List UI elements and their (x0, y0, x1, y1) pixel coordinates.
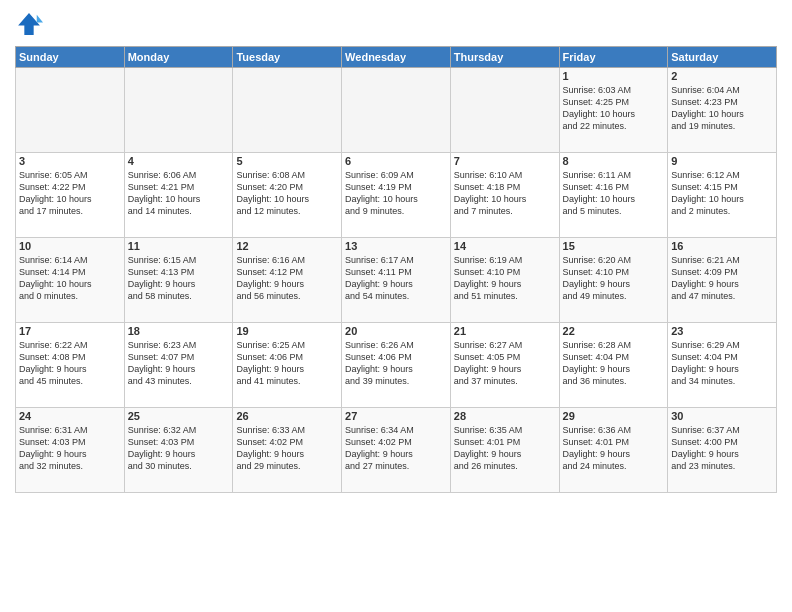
day-info: Sunrise: 6:03 AMSunset: 4:25 PMDaylight:… (563, 84, 665, 133)
calendar-cell: 22Sunrise: 6:28 AMSunset: 4:04 PMDayligh… (559, 323, 668, 408)
day-number: 14 (454, 240, 556, 252)
day-info: Sunrise: 6:32 AMSunset: 4:03 PMDaylight:… (128, 424, 230, 473)
day-number: 13 (345, 240, 447, 252)
calendar-cell: 5Sunrise: 6:08 AMSunset: 4:20 PMDaylight… (233, 153, 342, 238)
day-number: 10 (19, 240, 121, 252)
day-info: Sunrise: 6:12 AMSunset: 4:15 PMDaylight:… (671, 169, 773, 218)
calendar-cell: 14Sunrise: 6:19 AMSunset: 4:10 PMDayligh… (450, 238, 559, 323)
day-number: 16 (671, 240, 773, 252)
day-number: 8 (563, 155, 665, 167)
calendar-cell: 24Sunrise: 6:31 AMSunset: 4:03 PMDayligh… (16, 408, 125, 493)
day-info: Sunrise: 6:28 AMSunset: 4:04 PMDaylight:… (563, 339, 665, 388)
calendar-cell: 9Sunrise: 6:12 AMSunset: 4:15 PMDaylight… (668, 153, 777, 238)
calendar-cell: 17Sunrise: 6:22 AMSunset: 4:08 PMDayligh… (16, 323, 125, 408)
day-info: Sunrise: 6:26 AMSunset: 4:06 PMDaylight:… (345, 339, 447, 388)
calendar-cell: 1Sunrise: 6:03 AMSunset: 4:25 PMDaylight… (559, 68, 668, 153)
calendar-cell: 27Sunrise: 6:34 AMSunset: 4:02 PMDayligh… (342, 408, 451, 493)
col-header-sunday: Sunday (16, 47, 125, 68)
day-info: Sunrise: 6:10 AMSunset: 4:18 PMDaylight:… (454, 169, 556, 218)
day-number: 20 (345, 325, 447, 337)
day-number: 27 (345, 410, 447, 422)
col-header-tuesday: Tuesday (233, 47, 342, 68)
calendar-cell: 11Sunrise: 6:15 AMSunset: 4:13 PMDayligh… (124, 238, 233, 323)
day-info: Sunrise: 6:09 AMSunset: 4:19 PMDaylight:… (345, 169, 447, 218)
col-header-monday: Monday (124, 47, 233, 68)
day-number: 26 (236, 410, 338, 422)
day-info: Sunrise: 6:19 AMSunset: 4:10 PMDaylight:… (454, 254, 556, 303)
day-number: 18 (128, 325, 230, 337)
svg-marker-0 (18, 13, 40, 35)
calendar-cell: 23Sunrise: 6:29 AMSunset: 4:04 PMDayligh… (668, 323, 777, 408)
calendar-cell: 2Sunrise: 6:04 AMSunset: 4:23 PMDaylight… (668, 68, 777, 153)
day-number: 4 (128, 155, 230, 167)
calendar-cell: 29Sunrise: 6:36 AMSunset: 4:01 PMDayligh… (559, 408, 668, 493)
day-info: Sunrise: 6:14 AMSunset: 4:14 PMDaylight:… (19, 254, 121, 303)
calendar-cell: 10Sunrise: 6:14 AMSunset: 4:14 PMDayligh… (16, 238, 125, 323)
day-number: 28 (454, 410, 556, 422)
calendar-cell (124, 68, 233, 153)
logo (15, 10, 47, 38)
calendar-cell: 3Sunrise: 6:05 AMSunset: 4:22 PMDaylight… (16, 153, 125, 238)
day-info: Sunrise: 6:15 AMSunset: 4:13 PMDaylight:… (128, 254, 230, 303)
day-number: 1 (563, 70, 665, 82)
day-number: 21 (454, 325, 556, 337)
day-info: Sunrise: 6:35 AMSunset: 4:01 PMDaylight:… (454, 424, 556, 473)
col-header-saturday: Saturday (668, 47, 777, 68)
week-row-3: 17Sunrise: 6:22 AMSunset: 4:08 PMDayligh… (16, 323, 777, 408)
day-number: 29 (563, 410, 665, 422)
day-info: Sunrise: 6:31 AMSunset: 4:03 PMDaylight:… (19, 424, 121, 473)
calendar-cell: 12Sunrise: 6:16 AMSunset: 4:12 PMDayligh… (233, 238, 342, 323)
calendar-cell: 6Sunrise: 6:09 AMSunset: 4:19 PMDaylight… (342, 153, 451, 238)
day-info: Sunrise: 6:06 AMSunset: 4:21 PMDaylight:… (128, 169, 230, 218)
calendar-cell (233, 68, 342, 153)
calendar-cell: 26Sunrise: 6:33 AMSunset: 4:02 PMDayligh… (233, 408, 342, 493)
day-info: Sunrise: 6:22 AMSunset: 4:08 PMDaylight:… (19, 339, 121, 388)
day-info: Sunrise: 6:16 AMSunset: 4:12 PMDaylight:… (236, 254, 338, 303)
calendar-cell (342, 68, 451, 153)
day-info: Sunrise: 6:36 AMSunset: 4:01 PMDaylight:… (563, 424, 665, 473)
header (15, 10, 777, 38)
day-number: 9 (671, 155, 773, 167)
calendar-cell: 18Sunrise: 6:23 AMSunset: 4:07 PMDayligh… (124, 323, 233, 408)
day-number: 19 (236, 325, 338, 337)
calendar-cell: 15Sunrise: 6:20 AMSunset: 4:10 PMDayligh… (559, 238, 668, 323)
calendar-cell: 20Sunrise: 6:26 AMSunset: 4:06 PMDayligh… (342, 323, 451, 408)
day-info: Sunrise: 6:23 AMSunset: 4:07 PMDaylight:… (128, 339, 230, 388)
day-number: 25 (128, 410, 230, 422)
calendar-header-row: SundayMondayTuesdayWednesdayThursdayFrid… (16, 47, 777, 68)
calendar-cell: 8Sunrise: 6:11 AMSunset: 4:16 PMDaylight… (559, 153, 668, 238)
calendar: SundayMondayTuesdayWednesdayThursdayFrid… (15, 46, 777, 493)
day-number: 30 (671, 410, 773, 422)
day-number: 24 (19, 410, 121, 422)
week-row-4: 24Sunrise: 6:31 AMSunset: 4:03 PMDayligh… (16, 408, 777, 493)
day-info: Sunrise: 6:20 AMSunset: 4:10 PMDaylight:… (563, 254, 665, 303)
col-header-friday: Friday (559, 47, 668, 68)
day-number: 11 (128, 240, 230, 252)
calendar-cell: 4Sunrise: 6:06 AMSunset: 4:21 PMDaylight… (124, 153, 233, 238)
day-info: Sunrise: 6:34 AMSunset: 4:02 PMDaylight:… (345, 424, 447, 473)
day-info: Sunrise: 6:29 AMSunset: 4:04 PMDaylight:… (671, 339, 773, 388)
day-info: Sunrise: 6:37 AMSunset: 4:00 PMDaylight:… (671, 424, 773, 473)
day-info: Sunrise: 6:17 AMSunset: 4:11 PMDaylight:… (345, 254, 447, 303)
calendar-cell: 7Sunrise: 6:10 AMSunset: 4:18 PMDaylight… (450, 153, 559, 238)
day-number: 7 (454, 155, 556, 167)
day-number: 15 (563, 240, 665, 252)
col-header-wednesday: Wednesday (342, 47, 451, 68)
col-header-thursday: Thursday (450, 47, 559, 68)
calendar-cell: 16Sunrise: 6:21 AMSunset: 4:09 PMDayligh… (668, 238, 777, 323)
day-number: 22 (563, 325, 665, 337)
day-info: Sunrise: 6:04 AMSunset: 4:23 PMDaylight:… (671, 84, 773, 133)
day-number: 5 (236, 155, 338, 167)
day-info: Sunrise: 6:25 AMSunset: 4:06 PMDaylight:… (236, 339, 338, 388)
week-row-1: 3Sunrise: 6:05 AMSunset: 4:22 PMDaylight… (16, 153, 777, 238)
calendar-cell: 21Sunrise: 6:27 AMSunset: 4:05 PMDayligh… (450, 323, 559, 408)
day-number: 6 (345, 155, 447, 167)
day-info: Sunrise: 6:33 AMSunset: 4:02 PMDaylight:… (236, 424, 338, 473)
day-number: 3 (19, 155, 121, 167)
day-info: Sunrise: 6:05 AMSunset: 4:22 PMDaylight:… (19, 169, 121, 218)
calendar-cell (16, 68, 125, 153)
day-info: Sunrise: 6:27 AMSunset: 4:05 PMDaylight:… (454, 339, 556, 388)
day-info: Sunrise: 6:11 AMSunset: 4:16 PMDaylight:… (563, 169, 665, 218)
calendar-cell: 19Sunrise: 6:25 AMSunset: 4:06 PMDayligh… (233, 323, 342, 408)
calendar-cell: 25Sunrise: 6:32 AMSunset: 4:03 PMDayligh… (124, 408, 233, 493)
